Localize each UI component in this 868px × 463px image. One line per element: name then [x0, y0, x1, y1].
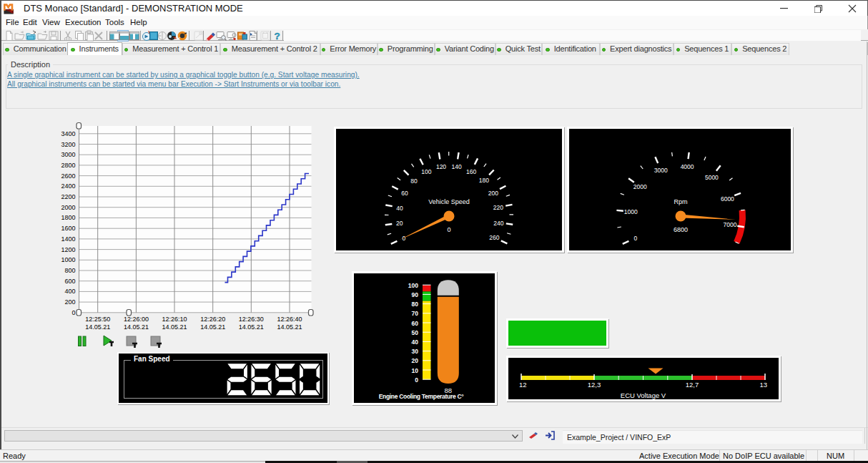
svg-text:14.05.21: 14.05.21 [85, 323, 110, 331]
svg-text:400: 400 [64, 288, 75, 295]
svg-text:14.05.21: 14.05.21 [124, 323, 149, 331]
svg-text:Rpm: Rpm [674, 198, 687, 205]
svg-text:40: 40 [412, 338, 419, 346]
svg-text:12,7: 12,7 [686, 381, 699, 389]
svg-text:5000: 5000 [705, 174, 719, 181]
svg-text:6000: 6000 [721, 195, 734, 203]
svg-text:70: 70 [412, 310, 419, 317]
svg-text:12,3: 12,3 [588, 381, 601, 389]
svg-text:20: 20 [412, 357, 419, 364]
svg-text:800: 800 [64, 267, 75, 274]
svg-text:0: 0 [403, 235, 406, 242]
svg-text:1800: 1800 [61, 214, 75, 221]
svg-text:60: 60 [412, 320, 419, 327]
svg-text:2000: 2000 [61, 204, 75, 211]
svg-text:12:26:10: 12:26:10 [162, 316, 187, 323]
svg-text:600: 600 [64, 278, 75, 285]
svg-text:14.05.21: 14.05.21 [277, 323, 302, 331]
svg-text:3000: 3000 [61, 151, 75, 158]
svg-text:100: 100 [421, 168, 431, 175]
svg-text:12: 12 [519, 381, 527, 389]
svg-text:40: 40 [396, 205, 403, 212]
svg-text:Engine Cooling Temperature C°: Engine Cooling Temperature C° [379, 393, 465, 400]
svg-text:?: ? [275, 31, 280, 42]
svg-text:260: 260 [489, 234, 499, 241]
svg-text:3400: 3400 [61, 130, 75, 137]
svg-text:14.05.21: 14.05.21 [239, 323, 264, 331]
svg-text:0: 0 [415, 376, 418, 384]
svg-text:7000: 7000 [724, 221, 737, 228]
svg-text:220: 220 [493, 204, 503, 211]
svg-text:100: 100 [408, 282, 418, 289]
svg-text:1400: 1400 [61, 235, 75, 243]
svg-text:12:26:00: 12:26:00 [124, 316, 149, 323]
svg-text:20: 20 [396, 220, 403, 227]
svg-text:ECU Voltage V: ECU Voltage V [621, 391, 666, 399]
svg-text:200: 200 [64, 298, 75, 306]
svg-text:50: 50 [412, 329, 419, 336]
svg-text:2000: 2000 [633, 183, 647, 190]
svg-text:0: 0 [447, 226, 450, 233]
svg-text:10: 10 [412, 367, 419, 374]
svg-text:0: 0 [71, 309, 75, 316]
svg-text:0: 0 [634, 235, 638, 242]
svg-text:2800: 2800 [61, 162, 75, 169]
svg-text:200: 200 [488, 190, 498, 197]
svg-text:1200: 1200 [61, 246, 75, 253]
svg-text:2200: 2200 [61, 193, 75, 200]
svg-text:13: 13 [759, 381, 767, 389]
svg-text:14.05.21: 14.05.21 [162, 323, 187, 331]
svg-text:12:25:50: 12:25:50 [85, 316, 110, 323]
svg-text:Vehicle Speed: Vehicle Speed [428, 198, 470, 205]
svg-text:4000: 4000 [681, 163, 694, 170]
svg-text:3200: 3200 [61, 141, 75, 148]
svg-text:14.05.21: 14.05.21 [200, 323, 225, 331]
svg-text:30: 30 [412, 348, 419, 355]
svg-text:80: 80 [412, 301, 419, 308]
svg-text:90: 90 [412, 291, 419, 298]
svg-text:2400: 2400 [61, 182, 75, 190]
svg-text:1000: 1000 [61, 256, 75, 263]
svg-text:140: 140 [452, 163, 462, 170]
svg-text:1600: 1600 [61, 225, 75, 232]
svg-text:12:26:40: 12:26:40 [277, 316, 302, 323]
svg-text:1000: 1000 [624, 208, 638, 215]
svg-text:6800: 6800 [674, 226, 688, 233]
svg-text:180: 180 [479, 177, 489, 184]
svg-text:240: 240 [493, 220, 503, 227]
svg-text:120: 120 [436, 163, 446, 170]
svg-text:3000: 3000 [654, 167, 668, 174]
svg-text:2600: 2600 [61, 172, 75, 180]
svg-text:160: 160 [466, 168, 476, 175]
svg-text:12:26:30: 12:26:30 [239, 316, 264, 323]
svg-text:60: 60 [401, 190, 408, 197]
svg-text:12:26:20: 12:26:20 [200, 316, 225, 323]
svg-text:80: 80 [410, 177, 418, 185]
